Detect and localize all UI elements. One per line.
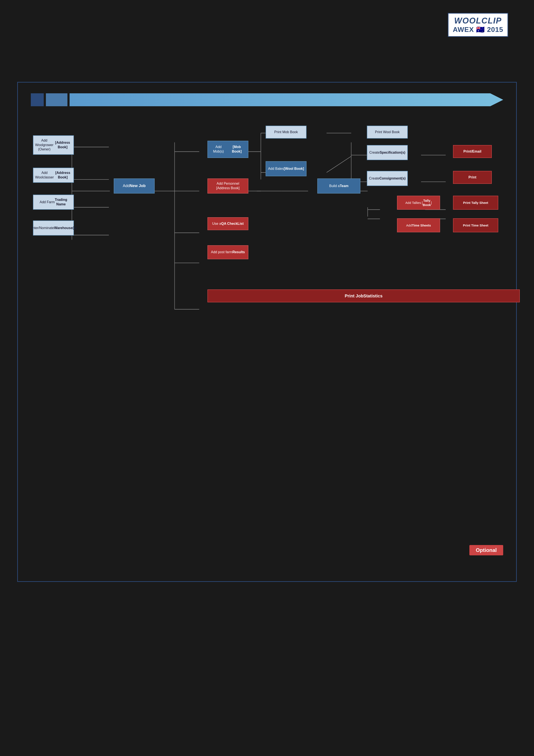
arrow-small-1 (31, 93, 44, 106)
optional-badge: Optional (470, 545, 503, 555)
logo-line1: WOOLCLIP (452, 16, 504, 25)
enter-warehouse-box[interactable]: Enter/NominateWarehouse(s) (33, 221, 74, 235)
arrow-main (69, 93, 503, 106)
add-new-job-box[interactable]: Add New Job (114, 178, 155, 194)
create-consignments-box[interactable]: CreateConsignment(s) (367, 171, 408, 186)
print-time-sheet-box[interactable]: Print Time Sheet (453, 218, 498, 232)
logo-container: WOOLCLIP AWEX 🇦🇺 2015 (448, 13, 508, 37)
logo-line2: AWEX 🇦🇺 2015 (452, 25, 504, 34)
create-specifications-box[interactable]: CreateSpecification(s) (367, 145, 408, 160)
print-job-statistics-box[interactable]: Print Job Statistics (207, 289, 520, 302)
print-wool-book-box[interactable]: Print Wool Book (367, 126, 408, 139)
arrow-small-2 (46, 93, 67, 106)
print-box[interactable]: Print (453, 171, 492, 184)
add-woolclasser-box[interactable]: Add Woolclasser[Address Book] (33, 168, 74, 183)
print-email-box[interactable]: Print/Email (453, 145, 492, 158)
print-tally-sheet-box[interactable]: Print Tally Sheet (453, 196, 498, 210)
main-diagram-container: Add Woolgrower(Owner)[Address Book] Add … (17, 82, 517, 582)
add-bales-box[interactable]: Add Bales[Wool Book] (266, 161, 307, 176)
flow-diagram-area: Add Woolgrower(Owner)[Address Book] Add … (31, 119, 503, 560)
connector-lines (31, 119, 503, 560)
add-mobs-box[interactable]: Add Mob(s)[Mob Book] (207, 141, 248, 158)
build-team-box[interactable]: Build a Team (317, 178, 360, 194)
add-farm-trading-box[interactable]: Add Farm TradingName (33, 195, 74, 210)
add-woolgrower-box[interactable]: Add Woolgrower(Owner)[Address Book] (33, 135, 74, 155)
use-qa-box[interactable]: Use a QA CheckList (207, 217, 248, 230)
add-time-sheets-box[interactable]: Add Time Sheets (397, 218, 440, 232)
svg-line-18 (327, 156, 351, 173)
add-post-farm-box[interactable]: Add post farmResults (207, 245, 248, 259)
add-personnel-box[interactable]: Add Personnel[Address Book] (207, 178, 248, 194)
add-tallies-box[interactable]: Add Tallies [TallyBook] (397, 196, 440, 210)
print-mob-book-box[interactable]: Print Mob Book (266, 126, 307, 139)
arrow-bar (31, 91, 503, 108)
